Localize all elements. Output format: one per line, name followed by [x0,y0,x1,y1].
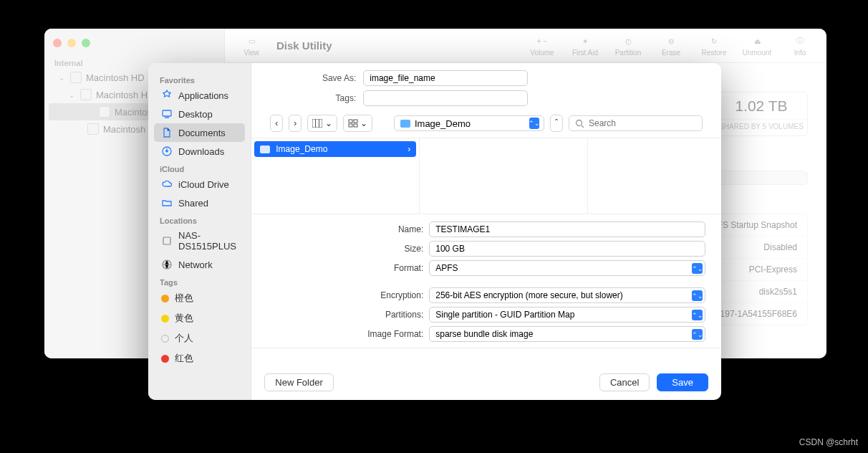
partition-button[interactable]: ◴Partition [610,34,646,57]
server-icon [161,235,173,247]
browser-column[interactable] [420,138,588,214]
browser-column[interactable] [588,138,721,214]
eject-icon: ⏏ [751,34,763,47]
view-columns-button[interactable]: ⌄ [307,115,337,132]
browser-column[interactable]: Image_Demo › [251,138,420,214]
nav-row: ‹ › ⌄ ⌄ Image_Demo ⌃⌄ ˆ [270,115,703,132]
view-button[interactable]: ▭ View [233,34,269,57]
capacity-value: 1.02 TB [735,97,787,115]
sidebar-item-downloads[interactable]: Downloads [154,142,245,161]
sidebar-item-nas[interactable]: NAS-DS1515PLUS [154,226,245,255]
sidebar-item-label: NAS-DS1515PLUS [178,230,238,252]
sidebar-item-label: Shared [178,198,208,209]
format-label: Format: [267,263,423,273]
volume-button[interactable]: + −Volume [524,34,560,57]
chevron-right-icon: › [408,144,410,154]
format-select[interactable]: APFS⌃⌄ [429,260,705,276]
erase-button[interactable]: ⊖Erase [653,34,689,57]
forward-button[interactable]: › [289,115,302,132]
info-button[interactable]: ⓘInfo [782,34,818,57]
size-label: Size: [267,244,423,254]
browser-item-label: Image_Demo [276,144,327,154]
erase-icon: ⊖ [665,34,677,47]
sidebar-item-label: 个人 [175,332,193,345]
sidebar-item-shared[interactable]: Shared [154,194,245,212]
up-folder-button[interactable]: ˆ [550,115,563,132]
icloud-label: iCloud [154,161,245,175]
sheet-top: Save As: Tags: ‹ › ⌄ ⌄ Image_Demo ⌃⌄ [251,63,721,138]
location-label: Image_Demo [415,118,471,129]
disk-icon [87,123,99,135]
unmount-button[interactable]: ⏏Unmount [739,34,775,57]
partitions-label: Partitions: [267,310,423,320]
sidebar-tag-personal[interactable]: 个人 [154,328,245,348]
sidebar-item-label: Desktop [178,109,213,120]
image-format-select[interactable]: sparse bundle disk image⌃⌄ [429,326,705,342]
tags-label: Tags: [299,93,356,103]
watermark: CSDN @schrht [799,437,858,447]
svg-rect-4 [312,119,322,128]
sidebar-item-label: 红色 [175,352,193,365]
close-window-button[interactable] [53,39,62,47]
sidebar-item-label: Downloads [178,146,224,157]
name-label: Name: [267,224,423,234]
back-button[interactable]: ‹ [270,115,283,132]
sidebar-item-icloud-drive[interactable]: iCloud Drive [154,175,245,194]
sidebar-tag-yellow[interactable]: 黄色 [154,308,245,328]
restore-button[interactable]: ↻Restore [696,34,732,57]
save-as-input[interactable] [363,70,528,86]
chevron-down-icon: ⌄ [59,74,66,82]
save-as-row: Save As: [270,70,703,86]
encryption-select[interactable]: 256-bit AES encryption (more secure, but… [429,287,705,303]
sidebar-item-label: 橙色 [175,292,193,305]
sheet-main: Save As: Tags: ‹ › ⌄ ⌄ Image_Demo ⌃⌄ [251,63,721,400]
tags-input[interactable] [363,90,528,106]
shared-folder-icon [161,197,173,209]
save-sheet: Favorites Applications Desktop Documents… [148,63,721,400]
desktop-icon [161,108,173,120]
tag-dot-icon [161,335,169,343]
name-input[interactable] [429,221,705,237]
save-button[interactable]: Save [657,373,708,391]
chevron-down-icon: ⌄ [69,91,76,99]
updown-icon: ⌃⌄ [529,118,539,129]
group-button[interactable]: ⌄ [343,115,372,132]
sidebar-item-network[interactable]: Network [154,255,245,274]
du-tree-root-label: Macintosh HD [86,72,145,83]
search-box[interactable] [569,115,703,131]
tags-section-label: Tags [154,274,245,288]
sheet-sidebar: Favorites Applications Desktop Documents… [148,63,251,400]
sidebar-item-documents[interactable]: Documents [154,123,245,142]
location-select[interactable]: Image_Demo ⌃⌄ [394,115,544,131]
plus-minus-icon: + − [536,34,549,47]
capacity-card: 1.02 TB SHARED BY 5 VOLUMES [715,92,808,136]
minimize-window-button[interactable] [67,39,76,47]
first-aid-button[interactable]: ✶First Aid [567,34,603,57]
sidebar-item-applications[interactable]: Applications [154,86,245,105]
sidebar-item-label: Applications [178,90,228,101]
new-folder-button[interactable]: New Folder [264,373,333,391]
image-format-label: Image Format: [267,329,423,339]
sidebar-item-desktop[interactable]: Desktop [154,105,245,123]
restore-icon: ↻ [708,34,720,47]
svg-rect-2 [163,237,170,244]
sheet-footer: New Folder Cancel Save [251,365,721,400]
zoom-window-button[interactable] [82,39,90,47]
sidebar-item-label: Documents [178,128,226,138]
du-toolbar: ▭ View Disk Utility + −Volume ✶First Aid… [225,29,826,63]
applications-icon [161,90,173,101]
partition-icon: ◴ [622,34,635,47]
size-input[interactable] [429,241,705,257]
updown-icon: ⌃⌄ [692,310,703,320]
du-tree-child3-label: Macintosh H [103,124,155,135]
svg-point-9 [577,120,582,125]
sidebar-tag-orange[interactable]: 橙色 [154,288,245,308]
browser-item-selected[interactable]: Image_Demo › [254,141,416,157]
window-controls [44,34,224,52]
sidebar-item-label: Network [178,259,213,270]
cancel-button[interactable]: Cancel [599,373,650,391]
sidebar-item-label: 黄色 [175,312,193,325]
sidebar-tag-red[interactable]: 红色 [154,348,245,368]
search-input[interactable] [589,118,696,128]
partitions-select[interactable]: Single partition - GUID Partition Map⌃⌄ [429,307,705,323]
